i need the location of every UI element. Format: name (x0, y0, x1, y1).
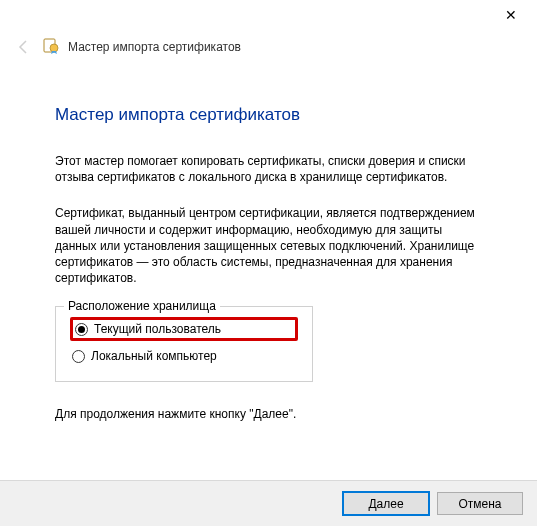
wizard-title: Мастер импорта сертификатов (68, 40, 241, 54)
wizard-header: Мастер импорта сертификатов (0, 30, 537, 57)
radio-current-user[interactable]: Текущий пользователь (70, 317, 298, 341)
radio-icon (75, 323, 88, 336)
back-arrow-icon (14, 37, 34, 57)
radio-local-computer[interactable]: Локальный компьютер (70, 345, 298, 367)
titlebar: ✕ (0, 0, 537, 30)
close-icon: ✕ (505, 7, 517, 23)
storage-location-group: Расположение хранилища Текущий пользоват… (55, 306, 313, 382)
cancel-button[interactable]: Отмена (437, 492, 523, 515)
svg-point-1 (50, 44, 58, 52)
intro-text: Этот мастер помогает копировать сертифик… (55, 153, 482, 185)
continue-hint: Для продолжения нажмите кнопку "Далее". (55, 406, 482, 422)
radio-label: Текущий пользователь (94, 322, 221, 336)
close-button[interactable]: ✕ (491, 2, 531, 28)
radio-icon (72, 350, 85, 363)
radio-label: Локальный компьютер (91, 349, 217, 363)
next-button[interactable]: Далее (343, 492, 429, 515)
description-text: Сертификат, выданный центром сертификаци… (55, 205, 482, 286)
certificate-wizard-icon (42, 36, 60, 57)
storage-legend: Расположение хранилища (64, 299, 220, 313)
page-heading: Мастер импорта сертификатов (55, 105, 482, 125)
wizard-content: Мастер импорта сертификатов Этот мастер … (0, 57, 537, 423)
wizard-footer: Далее Отмена (0, 480, 537, 526)
